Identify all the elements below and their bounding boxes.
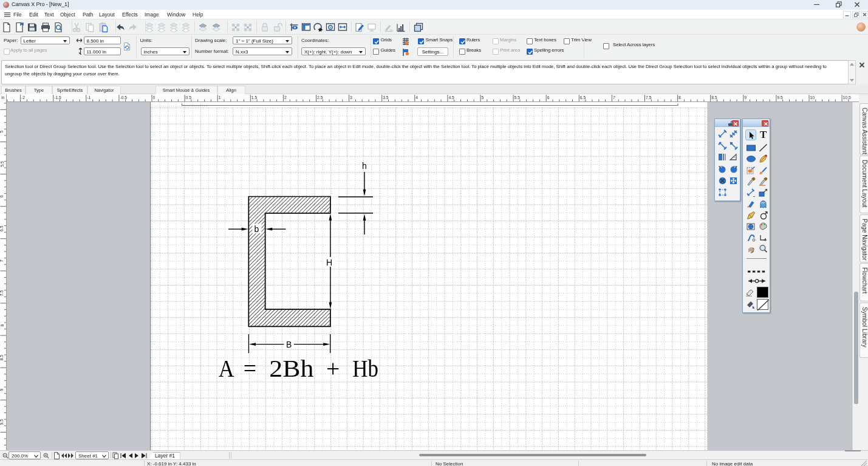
svg-text:5.5: 5.5 <box>0 161 4 167</box>
svg-text:4.5: 4.5 <box>448 95 454 100</box>
svg-text:6: 6 <box>0 195 4 197</box>
svg-text:B: B <box>286 340 292 349</box>
svg-text:8: 8 <box>0 324 4 326</box>
svg-text:-1: -1 <box>87 95 91 100</box>
svg-text:5: 5 <box>0 131 4 133</box>
svg-text:3.5: 3.5 <box>383 95 389 100</box>
svg-text:6: 6 <box>547 95 550 100</box>
svg-text:b: b <box>255 224 259 234</box>
svg-text:2: 2 <box>284 95 287 100</box>
svg-text:H: H <box>326 258 332 267</box>
svg-text:9: 9 <box>744 95 747 100</box>
svg-text:5: 5 <box>482 95 484 100</box>
svg-text:7.5: 7.5 <box>0 290 4 296</box>
svg-text:10.5: 10.5 <box>843 95 851 100</box>
svg-text:9.5: 9.5 <box>0 419 4 425</box>
svg-text:9: 9 <box>0 389 4 391</box>
svg-text:6.5: 6.5 <box>0 225 4 231</box>
svg-text:7: 7 <box>0 259 4 262</box>
svg-text:+: + <box>326 355 340 382</box>
svg-text:A: A <box>219 355 234 382</box>
svg-text:7.5: 7.5 <box>646 95 652 100</box>
svg-text:0.5: 0.5 <box>186 95 192 100</box>
svg-text:-1.5: -1.5 <box>54 95 61 100</box>
svg-text:1.5: 1.5 <box>251 95 258 100</box>
svg-text:°: ° <box>734 156 736 160</box>
svg-text:10: 10 <box>810 95 815 100</box>
svg-text:-2: -2 <box>21 95 25 100</box>
svg-text:0: 0 <box>153 95 155 100</box>
svg-text:5.5: 5.5 <box>514 95 521 100</box>
svg-text:1: 1 <box>219 95 221 100</box>
svg-text:2.5: 2.5 <box>317 95 323 100</box>
svg-text:4: 4 <box>415 95 418 100</box>
svg-text:h: h <box>362 161 367 171</box>
svg-text:-0.5: -0.5 <box>120 95 127 100</box>
svg-text:9.5: 9.5 <box>777 95 783 100</box>
svg-text:7: 7 <box>613 95 615 100</box>
svg-text:3: 3 <box>350 95 352 100</box>
svg-text:2Bh: 2Bh <box>269 355 313 382</box>
svg-text:8.5: 8.5 <box>711 95 717 100</box>
svg-text:Hb: Hb <box>352 355 378 382</box>
svg-text:8: 8 <box>678 95 681 100</box>
svg-text:=: = <box>244 355 256 382</box>
svg-text:6.5: 6.5 <box>580 95 586 100</box>
svg-text:8.5: 8.5 <box>0 355 4 361</box>
